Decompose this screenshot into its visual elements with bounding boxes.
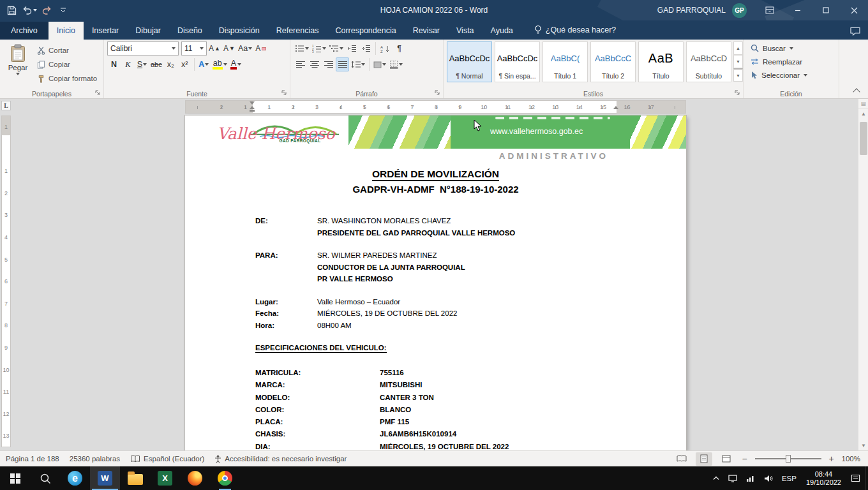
show-paragraph-marks-button[interactable]: ¶: [393, 41, 406, 56]
copy-button[interactable]: Copiar: [35, 58, 99, 71]
network-tray-button[interactable]: [742, 466, 760, 490]
style-item[interactable]: AaBbC( Título 1: [542, 41, 588, 82]
font-size-combo[interactable]: 11: [181, 41, 207, 56]
scroll-up-button[interactable]: ▲: [858, 108, 868, 119]
start-button[interactable]: [0, 466, 30, 490]
print-layout-button[interactable]: [696, 452, 712, 466]
redo-button[interactable]: [40, 2, 55, 19]
ribbon-tab[interactable]: Insertar: [84, 22, 127, 40]
ribbon-display-options-button[interactable]: [756, 0, 784, 20]
font-color-button[interactable]: A: [229, 57, 243, 71]
taskbar-clock[interactable]: 08:44 19/10/2022: [801, 470, 846, 487]
styles-dialog-launcher[interactable]: [735, 90, 740, 96]
hanging-indent-marker[interactable]: [250, 103, 255, 109]
ribbon-tab[interactable]: Disposición: [211, 22, 268, 40]
bullets-button[interactable]: [294, 41, 310, 56]
maximize-button[interactable]: [812, 0, 840, 20]
taskbar-edge-button[interactable]: e: [60, 466, 90, 490]
strikethrough-button[interactable]: abc: [149, 57, 163, 71]
borders-button[interactable]: [388, 57, 404, 71]
zoom-in-button[interactable]: +: [827, 454, 836, 464]
ribbon-tab[interactable]: Referencias: [268, 22, 327, 40]
justify-button[interactable]: [336, 57, 349, 71]
paste-dropdown-caret[interactable]: [16, 73, 20, 75]
text-effects-button[interactable]: A: [197, 57, 211, 71]
style-item[interactable]: AaBbCcC Título 2: [590, 41, 636, 82]
underline-button[interactable]: S: [135, 57, 149, 71]
align-left-button[interactable]: [294, 57, 307, 71]
collapse-ribbon-button[interactable]: [853, 88, 860, 95]
scrollbar-thumb[interactable]: [860, 122, 867, 155]
taskbar-firefox-button[interactable]: [180, 466, 210, 490]
zoom-slider-thumb[interactable]: [786, 455, 791, 463]
right-indent-marker[interactable]: [613, 103, 618, 109]
superscript-button[interactable]: x²: [178, 57, 191, 71]
align-center-button[interactable]: [308, 57, 321, 71]
taskbar-search-button[interactable]: [30, 466, 60, 490]
document-page[interactable]: Valle Hermoso GAD PARROQUIAL www.vallehe…: [185, 115, 686, 450]
minimize-button[interactable]: [784, 0, 812, 20]
sort-button[interactable]: AZ: [378, 41, 392, 56]
account-avatar[interactable]: GP: [732, 3, 747, 18]
multilevel-list-button[interactable]: [328, 41, 345, 56]
accessibility-status[interactable]: Accesibilidad: es necesario investigar: [214, 455, 347, 463]
account-name[interactable]: GAD PARROQUIAL: [657, 6, 726, 15]
display-tray-button[interactable]: [724, 466, 742, 490]
ruler-toggle-button[interactable]: ▤: [858, 99, 868, 108]
feedback-comment-icon[interactable]: [850, 27, 860, 36]
close-button[interactable]: [840, 0, 868, 20]
clear-formatting-button[interactable]: A: [254, 41, 267, 56]
style-item[interactable]: AaB Título: [638, 41, 684, 82]
taskbar-word-button[interactable]: W: [90, 466, 120, 490]
grow-font-button[interactable]: A▲: [207, 41, 221, 56]
scroll-down-button[interactable]: ▼: [858, 440, 868, 450]
ribbon-tab[interactable]: Revisar: [405, 22, 448, 40]
styles-scroll-down-button[interactable]: ▼: [733, 55, 743, 68]
change-case-button[interactable]: Aa: [237, 41, 253, 56]
zoom-out-button[interactable]: −: [740, 454, 749, 464]
align-right-button[interactable]: [322, 57, 335, 71]
format-painter-button[interactable]: Copiar formato: [35, 72, 99, 85]
ribbon-tab[interactable]: Ayuda: [483, 22, 521, 40]
clipboard-dialog-launcher[interactable]: [95, 90, 101, 96]
select-button[interactable]: Seleccionar: [747, 68, 835, 82]
vertical-scrollbar[interactable]: ▤ ▲ ▼: [858, 99, 868, 450]
page-indicator[interactable]: Página 1 de 188: [6, 455, 59, 463]
subscript-button[interactable]: x₂: [164, 57, 177, 71]
left-indent-marker[interactable]: [250, 110, 255, 112]
taskbar-explorer-button[interactable]: [120, 466, 150, 490]
increase-indent-button[interactable]: [359, 41, 373, 56]
cut-button[interactable]: Cortar: [35, 44, 99, 57]
shrink-font-button[interactable]: A▼: [222, 41, 236, 56]
action-center-button[interactable]: [846, 466, 865, 490]
ribbon-tab[interactable]: Correspondencia: [327, 22, 404, 40]
style-item[interactable]: AaBbCcDc ¶ Normal: [447, 41, 492, 82]
ribbon-tab[interactable]: Diseño: [169, 22, 211, 40]
italic-button[interactable]: K: [121, 57, 135, 71]
font-dialog-launcher[interactable]: [281, 90, 287, 96]
customize-quick-access-button[interactable]: [56, 2, 71, 19]
find-button[interactable]: Buscar: [747, 41, 835, 55]
tell-me-box[interactable]: ¿Qué desea hacer?: [534, 25, 617, 40]
web-layout-button[interactable]: [718, 452, 735, 466]
word-count[interactable]: 25360 palabras: [70, 455, 120, 463]
font-name-combo[interactable]: Calibri: [107, 41, 179, 56]
zoom-level[interactable]: 100%: [842, 455, 860, 463]
shading-button[interactable]: [372, 57, 387, 71]
style-item[interactable]: AaBbCcDc ¶ Sin espa...: [495, 41, 540, 82]
proofing-status[interactable]: Español (Ecuador): [130, 455, 204, 463]
zoom-slider[interactable]: [755, 458, 821, 459]
styles-scroll-up-button[interactable]: ▲: [733, 41, 743, 55]
line-spacing-button[interactable]: [350, 57, 366, 71]
save-button[interactable]: [4, 2, 19, 19]
taskbar-excel-button[interactable]: X: [150, 466, 180, 490]
hidden-icons-button[interactable]: [708, 466, 724, 490]
decrease-indent-button[interactable]: [345, 41, 359, 56]
bold-button[interactable]: N: [107, 57, 121, 71]
volume-tray-button[interactable]: [760, 466, 777, 490]
styles-gallery-more-button[interactable]: ▼: [733, 68, 743, 82]
ribbon-tab[interactable]: Dibujar: [127, 22, 169, 40]
text-highlight-button[interactable]: ab: [211, 57, 228, 71]
replace-button[interactable]: Reemplazar: [747, 55, 835, 68]
paste-button[interactable]: Pegar: [3, 41, 33, 85]
